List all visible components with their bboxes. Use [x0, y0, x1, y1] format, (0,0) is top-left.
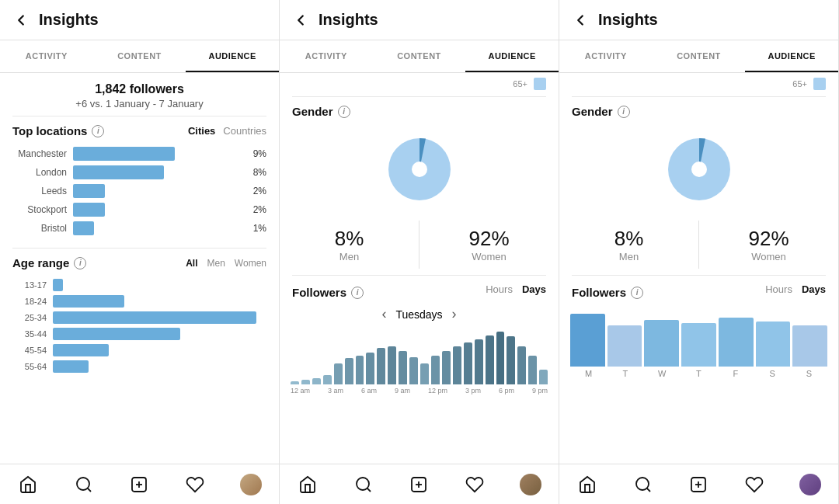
top-locations-info-icon[interactable]: i [92, 125, 104, 137]
gender-header-3: Gender i [559, 97, 838, 123]
plus-icon-3[interactable] [688, 474, 709, 495]
heart-icon-2[interactable] [464, 474, 486, 495]
heart-icon-3[interactable] [743, 474, 765, 495]
followers-change-1: +6 vs. 1 January - 7 January [12, 98, 266, 109]
followers-info-icon-2[interactable]: i [351, 287, 364, 299]
age-65-row-3: 65+ [559, 73, 838, 90]
men-pct-2: 8% [280, 227, 419, 251]
plus-icon-1[interactable] [128, 474, 150, 495]
avatar-1[interactable] [240, 474, 262, 495]
back-arrow-icon-3[interactable] [572, 12, 589, 29]
time-bar-19 [496, 332, 505, 384]
hours-tab-2[interactable]: Hours [486, 283, 513, 295]
hours-tab-3[interactable]: Hours [765, 283, 792, 295]
age-men-option[interactable]: Men [207, 258, 225, 269]
time-label-6am: 6 am [361, 387, 377, 395]
tab-audience-1[interactable]: AUDIENCE [186, 40, 279, 72]
bar-label-london: London [12, 167, 67, 178]
gender-header-2: Gender i [280, 97, 559, 123]
age-fill-18-24 [53, 295, 124, 308]
age-range-info-icon[interactable]: i [74, 257, 86, 269]
bar-label-stockport: Stockport [12, 204, 67, 215]
gender-info-icon-2[interactable]: i [338, 106, 350, 118]
days-tab-3[interactable]: Days [802, 283, 826, 295]
bottom-nav-3 [559, 464, 838, 504]
age-all-option[interactable]: All [186, 258, 197, 269]
bar-fill-leeds [73, 184, 105, 198]
pie-svg-2 [381, 130, 458, 208]
gender-title-2: Gender i [292, 105, 350, 118]
panel-2: Insights ACTIVITY CONTENT AUDIENCE 65+ G… [280, 0, 559, 504]
bar-track-bristol [73, 221, 249, 235]
tab-audience-3[interactable]: AUDIENCE [745, 40, 838, 72]
days-tab-2[interactable]: Days [522, 283, 546, 295]
time-label-12am: 12 am [291, 387, 310, 395]
cities-option[interactable]: Cities [188, 125, 215, 137]
day-label-t2: T [681, 369, 717, 378]
age-label-55-64: 55-64 [12, 362, 47, 371]
bar-label-manchester: Manchester [12, 148, 67, 159]
heart-icon-1[interactable] [184, 474, 206, 495]
followers-info-icon-3[interactable]: i [631, 287, 643, 299]
svg-line-15 [646, 488, 649, 491]
day-label-t1: T [607, 369, 643, 378]
back-arrow-icon-2[interactable] [292, 12, 309, 29]
time-label-9pm: 9 pm [532, 387, 548, 395]
weekly-bar-S-6 [792, 325, 827, 367]
svg-line-1 [87, 488, 90, 491]
next-day-2[interactable]: › [452, 306, 457, 322]
age-fill-45-54 [53, 344, 109, 356]
men-stat-2: 8% Men [280, 221, 420, 269]
followers-count-1: 1,842 followers [12, 82, 266, 96]
tab-audience-2[interactable]: AUDIENCE [465, 40, 559, 72]
bar-pct-london: 8% [253, 167, 266, 178]
time-labels-2: 12 am 3 am 6 am 9 am 12 pm 3 pm 6 pm 9 p… [289, 384, 549, 395]
time-bar-wrapper-2: 12 am 3 am 6 am 9 am 12 pm 3 pm 6 pm 9 p… [280, 330, 559, 395]
men-label-3: Men [559, 251, 698, 262]
search-icon-3[interactable] [632, 474, 654, 495]
countries-option[interactable]: Countries [223, 125, 266, 137]
tab-content-2[interactable]: CONTENT [373, 40, 466, 72]
age-fill-25-34 [53, 311, 256, 324]
home-icon-1[interactable] [17, 474, 39, 495]
age-women-option[interactable]: Women [235, 258, 266, 269]
prev-day-2[interactable]: ‹ [381, 306, 386, 322]
time-bar-22 [528, 356, 537, 384]
time-bar-15 [453, 346, 461, 384]
followers-title-3: Followers i [572, 286, 643, 299]
page-title-3: Insights [598, 11, 658, 29]
time-bar-0 [291, 381, 299, 384]
tab-content-3[interactable]: CONTENT [653, 40, 746, 72]
tab-activity-1[interactable]: ACTIVITY [0, 40, 93, 72]
svg-line-8 [367, 488, 370, 491]
weekly-bar-F-4 [719, 318, 754, 367]
top-locations-title: Top locations i [12, 124, 104, 137]
home-icon-2[interactable] [297, 474, 319, 495]
panel-1: Insights ACTIVITY CONTENT AUDIENCE 1,842… [0, 0, 280, 504]
svg-point-7 [357, 478, 369, 490]
bar-pct-stockport: 2% [253, 204, 266, 215]
tab-content-1[interactable]: CONTENT [93, 40, 186, 72]
age-65-bar-3 [813, 78, 826, 90]
age-fill-55-64 [53, 360, 89, 373]
avatar-2[interactable] [520, 474, 541, 495]
page-title-2: Insights [319, 11, 378, 29]
home-icon-3[interactable] [576, 474, 598, 495]
weekly-bar-M-0 [570, 314, 605, 367]
tabs-1: ACTIVITY CONTENT AUDIENCE [0, 40, 279, 73]
gender-info-icon-3[interactable]: i [618, 106, 630, 118]
plus-icon-2[interactable] [408, 474, 430, 495]
svg-point-13 [691, 162, 707, 177]
time-bar-7 [366, 353, 374, 384]
avatar-3[interactable] [799, 474, 821, 495]
search-icon-1[interactable] [73, 474, 95, 495]
tab-activity-3[interactable]: ACTIVITY [559, 40, 653, 72]
search-icon-2[interactable] [353, 474, 374, 495]
time-bar-chart-2 [289, 330, 549, 384]
back-arrow-icon-1[interactable] [12, 12, 30, 29]
tab-activity-2[interactable]: ACTIVITY [280, 40, 373, 72]
followers-title-2: Followers i [292, 286, 364, 299]
time-bar-1 [301, 380, 310, 384]
bar-pct-leeds: 2% [253, 186, 266, 196]
followers-header-3: Followers i Hours Days [559, 276, 838, 306]
